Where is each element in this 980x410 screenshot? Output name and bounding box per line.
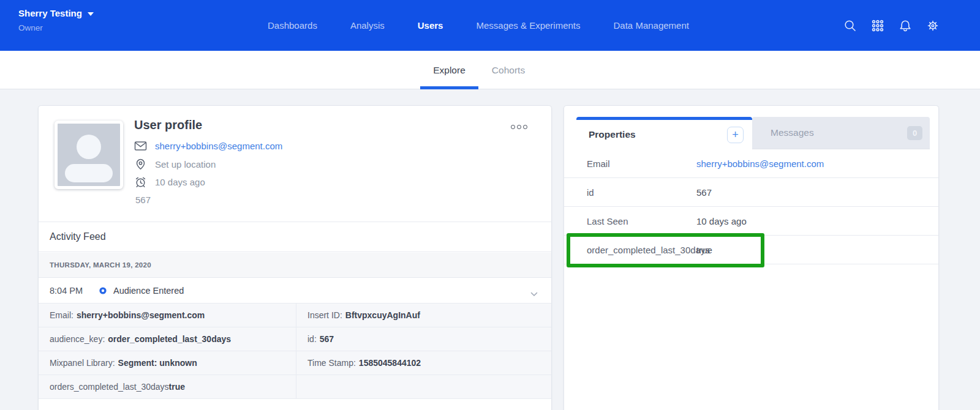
event-name: Audience Entered bbox=[113, 286, 184, 296]
chevron-down-icon bbox=[88, 12, 94, 16]
avatar-head-shape bbox=[77, 135, 101, 159]
notifications-bell-icon[interactable] bbox=[899, 19, 912, 32]
property-value: 567 bbox=[696, 187, 712, 198]
detail-cell-audience-key: audience_key:order_completed_last_30days bbox=[39, 327, 296, 351]
nav-item-dashboards[interactable]: Dashboards bbox=[268, 20, 317, 31]
detail-cell-timestamp: Time Stamp:1585045844102 bbox=[296, 351, 551, 375]
profile-email-link[interactable]: sherry+bobbins@segment.com bbox=[155, 141, 282, 151]
property-row-order-completed: order_completed_last_30days true bbox=[564, 236, 938, 264]
detail-cell-library: Mixpanel Library:Segment: unknown bbox=[39, 351, 296, 375]
apps-grid-icon[interactable] bbox=[871, 19, 884, 32]
detail-cell-orders-completed: orders_completed_last_30daystrue bbox=[39, 375, 296, 399]
main-nav: Dashboards Analysis Users Messages & Exp… bbox=[268, 0, 689, 51]
tab-properties-label: Properties bbox=[589, 129, 727, 140]
location-pin-icon bbox=[134, 158, 147, 171]
event-detail-table: Email:sherry+bobbins@segment.com Insert … bbox=[39, 303, 551, 399]
top-navigation: Sherry Testing Owner Dashboards Analysis… bbox=[0, 0, 980, 51]
page-tabstrip: Explore Cohorts bbox=[0, 51, 980, 89]
profile-location-text[interactable]: Set up location bbox=[155, 159, 216, 170]
more-options-button[interactable] bbox=[511, 125, 527, 129]
property-value-email-link[interactable]: sherry+bobbins@segment.com bbox=[696, 158, 824, 169]
activity-feed-header: Activity Feed bbox=[39, 222, 551, 252]
alarm-clock-icon bbox=[134, 176, 147, 188]
add-property-button[interactable]: + bbox=[727, 127, 744, 143]
table-row: Email:sherry+bobbins@segment.com Insert … bbox=[39, 304, 551, 327]
event-time: 8:04 PM bbox=[50, 286, 99, 296]
property-key: Last Seen bbox=[564, 216, 696, 226]
tab-cohorts-label: Cohorts bbox=[492, 65, 525, 76]
detail-cell-empty bbox=[296, 375, 551, 399]
nav-item-users[interactable]: Users bbox=[418, 20, 443, 31]
project-name[interactable]: Sherry Testing bbox=[18, 8, 82, 18]
profile-location-row: Set up location bbox=[134, 158, 216, 171]
tab-explore[interactable]: Explore bbox=[420, 51, 478, 89]
envelope-icon bbox=[134, 140, 147, 152]
property-key: order_completed_last_30days bbox=[564, 245, 696, 255]
project-role: Owner bbox=[18, 23, 94, 32]
project-switcher[interactable]: Sherry Testing Owner bbox=[18, 8, 94, 32]
profile-last-seen-row: 10 days ago bbox=[134, 176, 205, 188]
activity-date-label: THURSDAY, MARCH 19, 2020 bbox=[50, 261, 151, 269]
property-key: Email bbox=[564, 158, 696, 169]
activity-feed-title: Activity Feed bbox=[50, 231, 106, 242]
search-icon[interactable] bbox=[843, 19, 857, 32]
tab-cohorts[interactable]: Cohorts bbox=[490, 51, 527, 89]
detail-cell-insert-id: Insert ID:BftvpxcuyAgInAuf bbox=[296, 304, 551, 327]
property-row-email: Email sherry+bobbins@segment.com bbox=[564, 149, 938, 178]
activity-date-row: THURSDAY, MARCH 19, 2020 bbox=[39, 253, 551, 278]
property-row-id: id 567 bbox=[564, 178, 938, 207]
chevron-down-icon[interactable] bbox=[530, 288, 538, 293]
avatar bbox=[55, 121, 123, 189]
tab-explore-label: Explore bbox=[433, 65, 466, 76]
messages-count-badge: 0 bbox=[907, 126, 922, 140]
table-row: orders_completed_last_30daystrue bbox=[39, 375, 551, 399]
nav-item-messages-experiments[interactable]: Messages & Experiments bbox=[476, 20, 580, 31]
table-row: Mixpanel Library:Segment: unknown Time S… bbox=[39, 351, 551, 375]
user-profile-card: User profile sherry+bobbins@segment.com … bbox=[38, 105, 552, 410]
properties-panel: Properties + Messages 0 Email sherry+bob… bbox=[564, 105, 939, 410]
tab-messages[interactable]: Messages 0 bbox=[752, 117, 930, 149]
profile-user-id: 567 bbox=[135, 195, 151, 205]
panel-tabstrip: Properties + Messages 0 bbox=[564, 117, 938, 149]
property-row-last-seen: Last Seen 10 days ago bbox=[564, 207, 938, 236]
tab-properties[interactable]: Properties + bbox=[576, 117, 752, 149]
table-row: audience_key:order_completed_last_30days… bbox=[39, 327, 551, 351]
activity-event-row[interactable]: 8:04 PM Audience Entered bbox=[39, 278, 551, 303]
detail-cell-id: id:567 bbox=[296, 327, 551, 351]
property-value: 10 days ago bbox=[696, 216, 747, 226]
audience-dot-icon bbox=[99, 286, 107, 295]
detail-cell-email: Email:sherry+bobbins@segment.com bbox=[39, 304, 296, 327]
nav-icon-group bbox=[843, 0, 940, 51]
tab-messages-label: Messages bbox=[771, 127, 907, 138]
avatar-torso-shape bbox=[65, 164, 113, 182]
property-list: Email sherry+bobbins@segment.com id 567 … bbox=[564, 149, 938, 264]
nav-item-data-management[interactable]: Data Management bbox=[614, 20, 689, 31]
settings-gear-icon[interactable] bbox=[926, 19, 940, 32]
profile-email-row: sherry+bobbins@segment.com bbox=[134, 140, 282, 152]
property-value: true bbox=[696, 245, 712, 255]
page-title: User profile bbox=[134, 118, 202, 132]
property-key: id bbox=[564, 187, 696, 198]
nav-item-analysis[interactable]: Analysis bbox=[350, 20, 385, 31]
profile-last-seen-text: 10 days ago bbox=[155, 177, 205, 187]
